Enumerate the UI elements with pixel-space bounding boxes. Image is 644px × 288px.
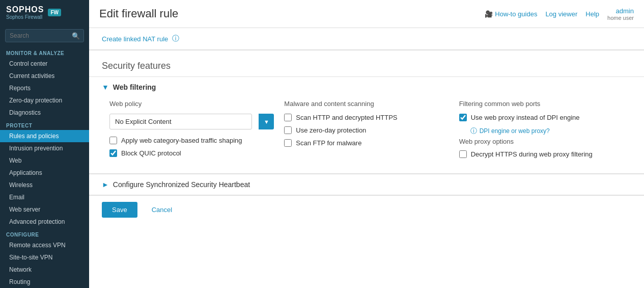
sidebar-section-label: PROTECT xyxy=(0,119,89,130)
sophos-sub-text: Sophos Firewall xyxy=(6,14,44,20)
sidebar-section-label: CONFIGURE xyxy=(0,228,89,239)
sidebar-sections: MONITOR & ANALYZEControl centerCurrent a… xyxy=(0,46,89,288)
heartbeat-section[interactable]: ► Configure Synchronized Security Heartb… xyxy=(89,174,644,195)
dropdown-arrow-icon: ▼ xyxy=(259,114,274,129)
topbar: Edit firewall rule 🎥 How-to guides Log v… xyxy=(89,0,644,28)
web-policy-column: Web policy No Explicit Content Default C… xyxy=(109,100,274,163)
sidebar-item-network[interactable]: Network xyxy=(0,264,89,276)
block-quic-checkbox[interactable] xyxy=(109,149,117,157)
use-web-proxy-checkbox[interactable] xyxy=(459,114,467,121)
web-policy-dropdown-wrap: No Explicit Content Default Custom ▼ xyxy=(109,114,274,129)
video-icon: 🎥 xyxy=(485,10,493,18)
fw-badge: FW xyxy=(48,9,61,16)
search-container: 🔍 xyxy=(0,25,89,46)
web-filtering-label: Web filtering xyxy=(113,83,156,91)
web-filtering-header[interactable]: ▼ Web filtering xyxy=(89,77,644,97)
save-button[interactable]: Save xyxy=(102,202,137,218)
sidebar-item-rules-and-policies[interactable]: Rules and policies xyxy=(0,130,89,142)
log-viewer-link[interactable]: Log viewer xyxy=(545,10,577,18)
cancel-button[interactable]: Cancel xyxy=(144,202,180,218)
scan-ftp-row: Scan FTP for malware xyxy=(284,139,449,147)
create-linked-nat-rule-link[interactable]: Create linked NAT rule xyxy=(102,35,168,43)
sidebar-item-control-center[interactable]: Control center xyxy=(0,58,89,70)
web-proxy-options-label: Web proxy options xyxy=(459,138,624,145)
apply-web-category-label: Apply web category-based traffic shaping xyxy=(121,137,242,144)
admin-name[interactable]: admin xyxy=(616,7,634,15)
help-link[interactable]: Help xyxy=(585,10,599,18)
sidebar-item-applications[interactable]: Applications xyxy=(0,167,89,179)
scan-ftp-checkbox[interactable] xyxy=(284,139,292,147)
block-quic-row: Block QUIC protocol xyxy=(109,149,274,157)
decrypt-https-label: Decrypt HTTPS during web proxy filtering xyxy=(471,150,593,158)
sidebar-item-wireless[interactable]: Wireless xyxy=(0,179,89,191)
sidebar-item-site-to-site-vpn[interactable]: Site-to-site VPN xyxy=(0,251,89,264)
scan-http-row: Scan HTTP and decrypted HTTPS xyxy=(284,114,449,121)
sidebar-item-advanced-protection[interactable]: Advanced protection xyxy=(0,216,89,228)
web-filtering-body: Web policy No Explicit Content Default C… xyxy=(89,97,644,173)
filtering-ports-column: Filtering common web ports Use web proxy… xyxy=(459,100,624,163)
web-policy-label: Web policy xyxy=(109,100,274,108)
web-policy-select[interactable]: No Explicit Content Default Custom xyxy=(109,114,252,129)
use-zero-day-row: Use zero-day protection xyxy=(284,126,449,134)
search-wrap: 🔍 xyxy=(5,29,84,42)
scan-http-checkbox[interactable] xyxy=(284,114,292,121)
sidebar-item-remote-access-vpn[interactable]: Remote access VPN xyxy=(0,239,89,251)
apply-web-category-checkbox[interactable] xyxy=(109,137,117,144)
content-area: Create linked NAT rule ⓘ Security featur… xyxy=(89,28,644,288)
sidebar-item-web-server[interactable]: Web server xyxy=(0,203,89,216)
sidebar-item-diagnostics[interactable]: Diagnostics xyxy=(0,107,89,119)
page-title: Edit firewall rule xyxy=(99,7,178,20)
use-web-proxy-label: Use web proxy instead of DPI engine xyxy=(471,114,580,121)
chevron-right-icon: ► xyxy=(102,180,109,189)
nat-info-icon[interactable]: ⓘ xyxy=(172,34,179,43)
block-quic-label: Block QUIC protocol xyxy=(121,149,181,157)
dpi-link[interactable]: DPI engine or web proxy? xyxy=(480,127,550,135)
apply-web-category-row: Apply web category-based traffic shaping xyxy=(109,137,274,144)
main: Edit firewall rule 🎥 How-to guides Log v… xyxy=(89,0,644,288)
sidebar-item-zero-day-protection[interactable]: Zero-day protection xyxy=(0,94,89,107)
heartbeat-label: Configure Synchronized Security Heartbea… xyxy=(113,180,250,189)
use-web-proxy-row: Use web proxy instead of DPI engine xyxy=(459,114,624,121)
footer-bar: Save Cancel xyxy=(89,195,644,224)
sidebar-item-intrusion-prevention[interactable]: Intrusion prevention xyxy=(0,142,89,154)
security-features-title: Security features xyxy=(89,50,644,76)
sophos-logo: SOPHOS Sophos Firewall xyxy=(6,5,44,20)
filtering-ports-label: Filtering common web ports xyxy=(459,100,624,108)
sidebar-section-label: MONITOR & ANALYZE xyxy=(0,46,89,58)
dpi-link-row: ⓘ DPI engine or web proxy? xyxy=(470,126,624,136)
admin-area: admin home user xyxy=(607,7,634,21)
malware-column: Malware and content scanning Scan HTTP a… xyxy=(284,100,449,163)
sidebar-item-web[interactable]: Web xyxy=(0,154,89,167)
malware-label: Malware and content scanning xyxy=(284,100,449,108)
sidebar: SOPHOS Sophos Firewall FW 🔍 MONITOR & AN… xyxy=(0,0,89,288)
sidebar-item-reports[interactable]: Reports xyxy=(0,82,89,94)
home-user-label: home user xyxy=(607,15,634,21)
topbar-right: 🎥 How-to guides Log viewer Help admin ho… xyxy=(485,7,634,21)
logo-area: SOPHOS Sophos Firewall FW xyxy=(0,0,89,25)
dpi-info-icon: ⓘ xyxy=(470,126,477,136)
how-to-guides-label: How-to guides xyxy=(495,10,537,18)
use-zero-day-label: Use zero-day protection xyxy=(296,126,366,134)
decrypt-https-row: Decrypt HTTPS during web proxy filtering xyxy=(459,150,624,158)
sophos-logo-text: SOPHOS xyxy=(6,5,44,14)
chevron-down-icon: ▼ xyxy=(102,83,109,91)
nat-rule-bar: Create linked NAT rule ⓘ xyxy=(89,28,644,50)
scan-http-label: Scan HTTP and decrypted HTTPS xyxy=(296,114,397,121)
search-icon: 🔍 xyxy=(72,32,80,40)
sidebar-item-email[interactable]: Email xyxy=(0,191,89,203)
scan-ftp-label: Scan FTP for malware xyxy=(296,139,361,147)
how-to-guides-link[interactable]: 🎥 How-to guides xyxy=(485,10,537,18)
use-zero-day-checkbox[interactable] xyxy=(284,126,292,134)
sidebar-item-routing[interactable]: Routing xyxy=(0,276,89,288)
sidebar-item-current-activities[interactable]: Current activities xyxy=(0,70,89,82)
decrypt-https-checkbox[interactable] xyxy=(459,150,467,158)
